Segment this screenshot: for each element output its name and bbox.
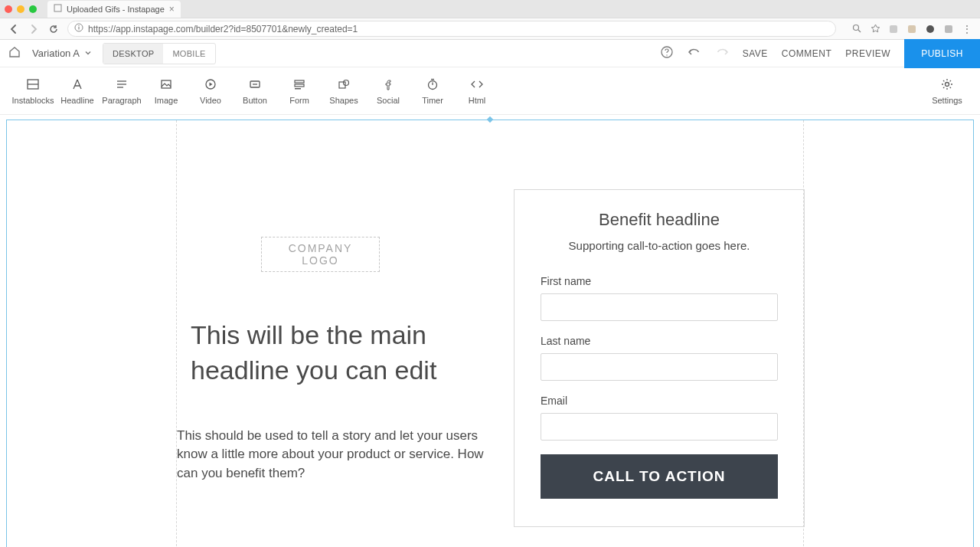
star-icon[interactable] [870,24,880,34]
tool-instablocks[interactable]: Instablocks [11,77,55,105]
variation-dropdown[interactable]: Variation A [32,47,92,59]
tool-label: Settings [932,96,962,105]
instablocks-icon [26,77,40,91]
reload-icon[interactable] [47,23,60,35]
url-text: https://app.instapage.com/builder2?id=85… [88,24,358,34]
tool-image[interactable]: Image [144,77,188,105]
form-icon [292,77,306,91]
left-column: COMPANY LOGO This will be the main headl… [177,182,506,527]
svg-rect-0 [54,5,61,11]
tab-title: Uploaded Gifs - Instapage [67,5,165,14]
svg-rect-2 [78,27,79,30]
svg-point-4 [853,25,858,31]
tool-button[interactable]: Button [233,77,277,105]
undo-icon[interactable] [688,45,701,61]
first-name-label: First name [541,275,778,287]
forward-icon[interactable] [28,23,40,35]
svg-rect-6 [890,25,897,33]
tool-label: Html [469,96,486,105]
tool-html[interactable]: Html [455,77,499,105]
tool-label: Paragraph [102,96,141,105]
app-bar: Variation A DESKTOP MOBILE SAVE COMMENT … [0,40,980,67]
tool-label: Button [243,96,267,105]
close-window-icon[interactable] [5,5,12,13]
first-name-input[interactable] [541,293,778,321]
maximize-window-icon[interactable] [29,5,37,13]
viewport-desktop[interactable]: DESKTOP [103,44,163,64]
publish-button[interactable]: PUBLISH [904,39,980,68]
tool-timer[interactable]: Timer [410,77,455,105]
hero-subtext[interactable]: This should be used to tell a story and … [177,427,491,483]
tool-label: Instablocks [11,96,54,105]
browser-chrome: Uploaded Gifs - Instapage × https://app.… [0,0,980,40]
tool-video[interactable]: Video [188,77,233,105]
ext-icon-2[interactable] [906,24,917,34]
video-icon [204,77,217,91]
tool-label: Headline [60,96,93,105]
last-name-label: Last name [541,335,778,347]
tab-bar: Uploaded Gifs - Instapage × [0,0,980,18]
redo-icon[interactable] [715,45,729,61]
viewport-mobile[interactable]: MOBILE [163,44,214,64]
last-name-input[interactable] [541,353,778,381]
tool-social[interactable]: Social [366,77,410,105]
svg-rect-21 [295,80,304,83]
browser-right-icons: ⋮ [851,24,972,34]
svg-rect-22 [295,84,304,87]
save-button[interactable]: SAVE [743,48,768,59]
form-subtitle[interactable]: Supporting call-to-action goes here. [541,239,778,252]
headline-icon [70,77,84,91]
tool-label: Social [377,96,400,105]
image-icon [159,77,173,91]
button-icon [248,77,262,91]
paragraph-icon [115,77,129,91]
content-bounds: COMPANY LOGO This will be the main headl… [176,120,804,547]
form-title[interactable]: Benefit headline [541,210,778,230]
svg-point-29 [946,82,949,86]
shapes-icon [337,77,351,91]
gear-icon [940,77,954,91]
url-field[interactable]: https://app.instapage.com/builder2?id=85… [67,21,836,37]
svg-point-8 [926,25,934,33]
tab-favicon [54,4,62,14]
window-controls [5,5,37,13]
tool-settings[interactable]: Settings [925,77,969,105]
viewport-toggle: DESKTOP MOBILE [103,43,216,64]
chrome-menu-icon[interactable]: ⋮ [962,24,972,34]
help-icon[interactable] [660,45,674,61]
page-section[interactable]: COMPANY LOGO This will be the main headl… [6,120,974,547]
hero-headline[interactable]: This will be the main headline you can e… [191,318,491,388]
close-tab-icon[interactable]: × [169,4,175,15]
home-icon[interactable] [8,45,21,61]
variation-label: Variation A [32,47,80,59]
cta-button[interactable]: CALL TO ACTION [541,454,778,499]
back-icon[interactable] [8,23,20,35]
timer-icon [426,77,439,91]
svg-rect-23 [295,88,301,90]
svg-rect-9 [945,25,952,33]
tool-label: Shapes [329,96,358,105]
browser-tab[interactable]: Uploaded Gifs - Instapage × [47,1,181,18]
ext-icon-4[interactable] [943,24,954,34]
tool-label: Video [200,96,221,105]
tool-shapes[interactable]: Shapes [322,77,366,105]
preview-button[interactable]: PREVIEW [845,48,890,59]
tool-headline[interactable]: Headline [55,77,100,105]
email-label: Email [541,395,778,407]
comment-button[interactable]: COMMENT [782,48,832,59]
html-icon [470,77,484,91]
tool-label: Timer [422,96,443,105]
svg-point-25 [344,80,349,85]
tool-form[interactable]: Form [277,77,322,105]
ext-icon-3[interactable] [925,24,936,34]
ext-icon-1[interactable] [888,24,899,34]
form-card[interactable]: Benefit headline Supporting call-to-acti… [514,189,805,527]
zoom-icon[interactable] [851,24,862,34]
tool-paragraph[interactable]: Paragraph [100,77,144,105]
center-tick-icon [487,116,493,123]
tool-label: Form [289,96,309,105]
minimize-window-icon[interactable] [17,5,24,13]
logo-placeholder[interactable]: COMPANY LOGO [261,237,380,272]
email-input[interactable] [541,413,778,441]
svg-rect-17 [162,80,171,88]
